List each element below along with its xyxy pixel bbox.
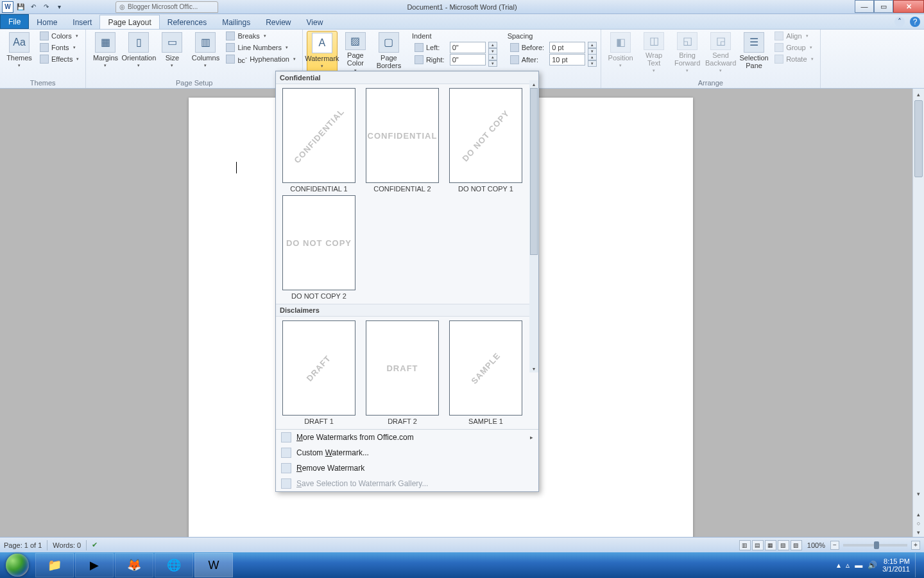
bring-forward-button[interactable]: ◱Bring Forward▾ [672, 31, 703, 74]
taskbar-explorer[interactable]: 📁 [35, 553, 74, 577]
themes-button[interactable]: AaThemes▾ [4, 31, 35, 74]
custom-watermark-menu-item[interactable]: Custom Watermark... [276, 445, 538, 460]
spinner[interactable]: ▴▾ [588, 54, 597, 66]
more-watermarks-menu-item[interactable]: More Watermarks from Office.com▸ [276, 430, 538, 445]
undo-icon[interactable]: ↶ [28, 2, 38, 12]
scroll-up-icon[interactable]: ▴ [529, 80, 538, 88]
breaks-icon [226, 31, 235, 40]
position-button[interactable]: ◧Position▾ [605, 31, 636, 74]
view-print-layout-icon[interactable]: ▥ [739, 540, 751, 550]
view-full-screen-icon[interactable]: ▤ [752, 540, 764, 550]
qat-customize-icon[interactable]: ▾ [54, 2, 64, 12]
save-icon[interactable]: 💾 [15, 2, 26, 12]
tray-network-icon[interactable]: ▬ [855, 561, 862, 570]
status-page[interactable]: Page: 1 of 1 [4, 541, 42, 549]
view-outline-icon[interactable]: ▧ [778, 540, 789, 550]
watermark-gallery-item[interactable]: DO NOT COPYDO NOT COPY 2 [277, 194, 361, 301]
spacing-before-input[interactable]: 0 pt [549, 42, 585, 53]
tab-review[interactable]: Review [258, 15, 298, 29]
show-desktop-button[interactable] [915, 553, 920, 577]
watermark-gallery-item[interactable]: DRAFTDRAFT 2 [361, 319, 444, 426]
minimize-ribbon-icon[interactable]: ˄ [894, 17, 905, 27]
scroll-down-icon[interactable]: ▾ [913, 488, 924, 500]
system-tray: ▴ ▵ ▬ 🔊 8:15 PM 3/1/2011 [837, 553, 924, 577]
line-numbers-button[interactable]: Line Numbers▾ [223, 42, 298, 53]
zoom-out-button[interactable]: − [830, 541, 839, 550]
scroll-down-icon[interactable]: ▾ [529, 365, 538, 372]
margins-button[interactable]: ▦Margins▾ [90, 31, 121, 74]
zoom-in-button[interactable]: + [911, 541, 920, 550]
tray-clock[interactable]: 8:15 PM 3/1/2011 [882, 557, 910, 573]
scroll-thumb[interactable] [530, 88, 538, 255]
tray-show-hidden-icon[interactable]: ▴ [837, 561, 841, 570]
watermark-button[interactable]: AWatermark▾ [307, 31, 338, 74]
watermark-gallery-item[interactable]: DRAFTDRAFT 1 [277, 319, 361, 426]
taskbar-word[interactable]: W [194, 553, 233, 577]
indent-left-input[interactable]: 0" [450, 42, 486, 53]
align-button[interactable]: Align▾ [772, 31, 816, 41]
orientation-button[interactable]: ▯Orientation▾ [123, 31, 154, 74]
view-draft-icon[interactable]: ▨ [791, 540, 802, 550]
group-label: Arrange [605, 78, 816, 87]
save-to-gallery-menu-item: Save Selection to Watermark Gallery... [276, 476, 538, 491]
minimize-button[interactable] [855, 0, 874, 13]
tab-insert[interactable]: Insert [65, 15, 99, 29]
wrap-text-button[interactable]: ◫Wrap Text▾ [638, 31, 669, 74]
scroll-up-icon[interactable]: ▴ [913, 89, 924, 100]
spinner[interactable]: ▴▾ [588, 42, 597, 53]
group-button[interactable]: Group▾ [772, 42, 816, 53]
browse-prev-icon[interactable]: ▴ [913, 510, 924, 519]
browse-object-icon[interactable]: ○ [913, 519, 924, 528]
close-button[interactable] [893, 0, 924, 13]
tab-home[interactable]: Home [29, 15, 65, 29]
zoom-level[interactable]: 100% [807, 541, 825, 549]
indent-right-input[interactable]: 0" [450, 54, 486, 66]
watermark-thumbnail: DRAFT [282, 320, 355, 416]
gallery-scrollbar[interactable]: ▴ ▾ [529, 80, 538, 372]
maximize-button[interactable] [874, 0, 893, 13]
scroll-thumb[interactable] [914, 100, 923, 177]
vertical-scrollbar[interactable]: ▴ ▾ ▴ ○ ▾ [912, 89, 924, 537]
proofing-icon[interactable]: ✔ [92, 541, 98, 549]
watermark-gallery-item[interactable]: CONFIDENTIALCONFIDENTIAL 2 [361, 87, 444, 194]
tray-flag-icon[interactable]: ▵ [846, 561, 850, 570]
send-backward-button[interactable]: ◲Send Backward▾ [705, 31, 736, 74]
size-button[interactable]: ▭Size▾ [157, 31, 187, 74]
taskbar-firefox[interactable]: 🦊 [115, 553, 153, 577]
view-web-icon[interactable]: ▦ [765, 540, 776, 550]
columns-button[interactable]: ▥Columns▾ [190, 31, 221, 74]
tab-view[interactable]: View [299, 15, 331, 29]
remove-watermark-menu-item[interactable]: Remove Watermark [276, 460, 538, 476]
rotate-button[interactable]: Rotate▾ [772, 54, 816, 64]
taskbar-media-player[interactable]: ▶ [75, 553, 114, 577]
taskbar-chrome[interactable]: 🌐 [155, 553, 193, 577]
breaks-button[interactable]: Breaks▾ [223, 31, 298, 41]
spacing-after-input[interactable]: 10 pt [549, 54, 585, 66]
effects-button[interactable]: Effects▾ [37, 54, 81, 64]
selection-pane-button[interactable]: ☰Selection Pane [739, 31, 769, 74]
watermark-caption: DRAFT 2 [388, 417, 417, 425]
start-button[interactable] [0, 552, 35, 578]
tab-references[interactable]: References [160, 15, 214, 29]
watermark-gallery-item[interactable]: DO NOT COPYDO NOT COPY 1 [444, 87, 527, 194]
tab-mailings[interactable]: Mailings [214, 15, 258, 29]
watermark-gallery-item[interactable]: SAMPLESAMPLE 1 [444, 319, 527, 426]
tab-file[interactable]: File [0, 14, 29, 29]
spinner[interactable]: ▴▾ [488, 42, 497, 53]
fonts-button[interactable]: Fonts▾ [37, 42, 81, 53]
colors-button[interactable]: Colors▾ [37, 31, 81, 41]
help-icon[interactable]: ? [910, 17, 920, 27]
hyphenation-button[interactable]: bc- Hyphenation▾ [223, 54, 298, 65]
tray-volume-icon[interactable]: 🔊 [868, 561, 877, 570]
page-color-button[interactable]: ▨Page Color▾ [340, 31, 371, 74]
status-words[interactable]: Words: 0 [53, 541, 81, 549]
zoom-slider[interactable] [843, 544, 907, 547]
browse-next-icon[interactable]: ▾ [913, 528, 924, 537]
background-browser-tab[interactable]: ◎Blogger Microsoft Offic... [116, 1, 218, 13]
redo-icon[interactable]: ↷ [41, 2, 51, 12]
page-borders-button[interactable]: ▢Page Borders [373, 31, 404, 74]
spinner[interactable]: ▴▾ [488, 54, 497, 66]
text-cursor [236, 162, 237, 173]
tab-page-layout[interactable]: Page Layout [99, 15, 159, 29]
watermark-gallery-item[interactable]: CONFIDENTIALCONFIDENTIAL 1 [277, 87, 361, 194]
